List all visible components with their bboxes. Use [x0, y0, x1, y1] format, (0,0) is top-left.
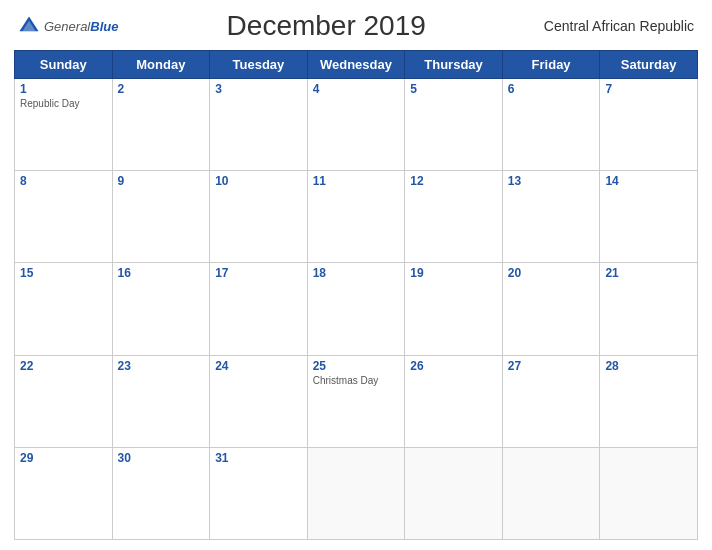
list-item: 25Christmas Day: [307, 355, 405, 447]
logo: GeneralBlue: [18, 15, 118, 37]
day-number: 19: [410, 266, 497, 280]
list-item: 15: [15, 263, 113, 355]
day-number: 16: [118, 266, 205, 280]
col-friday: Friday: [502, 51, 600, 79]
list-item: 9: [112, 171, 210, 263]
logo-text: GeneralBlue: [44, 17, 118, 35]
day-number: 30: [118, 451, 205, 465]
list-item: 21: [600, 263, 698, 355]
days-of-week-row: Sunday Monday Tuesday Wednesday Thursday…: [15, 51, 698, 79]
list-item: 31: [210, 447, 308, 539]
list-item: 8: [15, 171, 113, 263]
logo-general: General: [44, 19, 90, 34]
list-item: 7: [600, 79, 698, 171]
col-tuesday: Tuesday: [210, 51, 308, 79]
list-item: 5: [405, 79, 503, 171]
day-number: 20: [508, 266, 595, 280]
col-saturday: Saturday: [600, 51, 698, 79]
list-item: 28: [600, 355, 698, 447]
col-wednesday: Wednesday: [307, 51, 405, 79]
day-number: 26: [410, 359, 497, 373]
day-number: 13: [508, 174, 595, 188]
list-item: [600, 447, 698, 539]
day-number: 24: [215, 359, 302, 373]
list-item: 16: [112, 263, 210, 355]
logo-blue: Blue: [90, 19, 118, 34]
list-item: 30: [112, 447, 210, 539]
day-number: 9: [118, 174, 205, 188]
list-item: 1Republic Day: [15, 79, 113, 171]
table-row: 891011121314: [15, 171, 698, 263]
list-item: 11: [307, 171, 405, 263]
day-number: 15: [20, 266, 107, 280]
list-item: 20: [502, 263, 600, 355]
day-number: 1: [20, 82, 107, 96]
day-number: 28: [605, 359, 692, 373]
day-number: 14: [605, 174, 692, 188]
table-row: 1Republic Day234567: [15, 79, 698, 171]
day-number: 17: [215, 266, 302, 280]
list-item: 17: [210, 263, 308, 355]
list-item: 12: [405, 171, 503, 263]
list-item: 26: [405, 355, 503, 447]
day-number: 5: [410, 82, 497, 96]
list-item: 2: [112, 79, 210, 171]
day-number: 22: [20, 359, 107, 373]
day-number: 3: [215, 82, 302, 96]
list-item: 14: [600, 171, 698, 263]
day-number: 4: [313, 82, 400, 96]
list-item: 22: [15, 355, 113, 447]
day-number: 25: [313, 359, 400, 373]
calendar-container: GeneralBlue December 2019 Central Africa…: [0, 0, 712, 550]
day-number: 8: [20, 174, 107, 188]
holiday-name: Republic Day: [20, 98, 107, 109]
col-sunday: Sunday: [15, 51, 113, 79]
table-row: 22232425Christmas Day262728: [15, 355, 698, 447]
list-item: 18: [307, 263, 405, 355]
list-item: 27: [502, 355, 600, 447]
day-number: 23: [118, 359, 205, 373]
list-item: 4: [307, 79, 405, 171]
day-number: 10: [215, 174, 302, 188]
day-number: 11: [313, 174, 400, 188]
list-item: 3: [210, 79, 308, 171]
country-name: Central African Republic: [534, 18, 694, 34]
logo-icon: [18, 15, 40, 37]
list-item: 29: [15, 447, 113, 539]
list-item: [307, 447, 405, 539]
calendar-table: Sunday Monday Tuesday Wednesday Thursday…: [14, 50, 698, 540]
day-number: 29: [20, 451, 107, 465]
list-item: [405, 447, 503, 539]
day-number: 12: [410, 174, 497, 188]
table-row: 15161718192021: [15, 263, 698, 355]
day-number: 18: [313, 266, 400, 280]
col-thursday: Thursday: [405, 51, 503, 79]
day-number: 6: [508, 82, 595, 96]
holiday-name: Christmas Day: [313, 375, 400, 386]
list-item: 6: [502, 79, 600, 171]
list-item: 13: [502, 171, 600, 263]
list-item: 23: [112, 355, 210, 447]
day-number: 31: [215, 451, 302, 465]
list-item: 19: [405, 263, 503, 355]
day-number: 21: [605, 266, 692, 280]
col-monday: Monday: [112, 51, 210, 79]
day-number: 2: [118, 82, 205, 96]
month-title: December 2019: [118, 10, 534, 42]
list-item: [502, 447, 600, 539]
calendar-header: GeneralBlue December 2019 Central Africa…: [14, 10, 698, 42]
list-item: 24: [210, 355, 308, 447]
day-number: 27: [508, 359, 595, 373]
table-row: 293031: [15, 447, 698, 539]
day-number: 7: [605, 82, 692, 96]
list-item: 10: [210, 171, 308, 263]
